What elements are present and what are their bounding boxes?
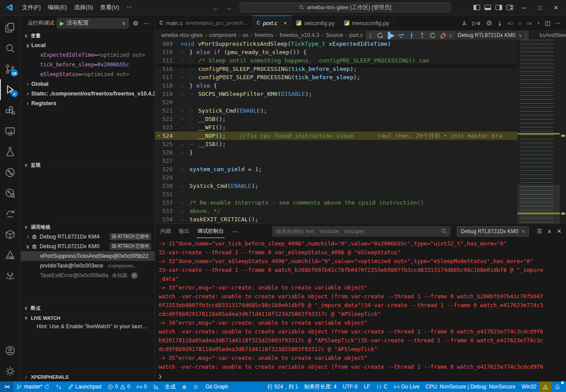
stack-frame[interactable]: prvIdleTask@0x0c003ece./componen... bbox=[21, 261, 155, 271]
overview-ruler[interactable] bbox=[560, 40, 566, 223]
activity-source-control[interactable]: 18 bbox=[0, 59, 21, 79]
breadcrumb-item[interactable]: os bbox=[243, 32, 248, 38]
activity-git-graph[interactable] bbox=[0, 162, 21, 183]
breadcrumb-item[interactable]: component bbox=[209, 32, 237, 38]
close-icon[interactable]: × bbox=[284, 20, 287, 26]
toggle-sidebar-icon[interactable] bbox=[474, 5, 480, 10]
activity-remote-explorer[interactable] bbox=[0, 121, 21, 141]
menu-item-编辑(E)[interactable]: 编辑(E) bbox=[44, 2, 70, 13]
debug-session-dropdown[interactable]: Debug RTL8721Dx KM0 ∨ bbox=[454, 31, 525, 40]
activity-account[interactable] bbox=[0, 340, 21, 361]
variable-row[interactable]: tick_before_sleep = 0x2006b55c bbox=[21, 60, 155, 70]
nav-back-icon[interactable]: ‹○ bbox=[508, 20, 513, 26]
activity-extensions[interactable] bbox=[0, 100, 21, 121]
status-language-mode[interactable]: C bbox=[373, 381, 391, 392]
activity-misc-extension[interactable] bbox=[0, 265, 21, 286]
section-header-XPERIPHERALS[interactable]: ›XPERIPHERALS bbox=[21, 372, 155, 381]
more-actions-icon[interactable]: ⋯ bbox=[555, 20, 561, 26]
variable-row[interactable]: xExpectedIdleTime = <optimized out> bbox=[21, 50, 155, 60]
status-go-live[interactable]: Go Live bbox=[391, 381, 422, 392]
nav-back-arrow[interactable]: ← bbox=[212, 4, 219, 11]
status-debug-launch[interactable] bbox=[150, 381, 162, 392]
tab-menuconfig.py[interactable]: menuconfig.py bbox=[340, 15, 394, 30]
menu-item-文件(F)[interactable]: 文件(F) bbox=[18, 2, 44, 13]
status-build-task[interactable]: 生成 bbox=[162, 381, 178, 392]
step-into-button[interactable] bbox=[407, 31, 416, 40]
maximize-button[interactable]: □ bbox=[534, 4, 545, 11]
console-input-prompt[interactable]: ❯ bbox=[155, 374, 566, 381]
menu-item-⋯[interactable]: ⋯ bbox=[123, 2, 136, 13]
python-interpreter-icon[interactable]: 🜛 bbox=[462, 20, 467, 26]
panel-tab-调试控制台[interactable]: 调试控制台 bbox=[196, 224, 225, 238]
section-header-变量[interactable]: ∨变量 bbox=[21, 31, 155, 40]
activity-explorer[interactable] bbox=[0, 17, 21, 38]
callstack-session[interactable]: ∨Debug RTL8721Dx KM0因 ATTACH 已暂停 bbox=[21, 242, 155, 251]
minimap[interactable] bbox=[518, 40, 560, 223]
breadcrumb-item[interactable]: port.c bbox=[349, 32, 363, 38]
section-header-调用堆栈[interactable]: ∨调用堆栈 bbox=[21, 222, 155, 232]
status-git-compare[interactable] bbox=[53, 381, 65, 392]
menu-item-查看(V)[interactable]: 查看(V) bbox=[96, 2, 122, 13]
section-header-监视[interactable]: ∨监视 bbox=[21, 160, 155, 170]
status-run-task[interactable] bbox=[190, 381, 202, 392]
install-icon[interactable]: ⭳ bbox=[497, 20, 503, 26]
status-indentation[interactable]: 制表符长度: 4 bbox=[301, 381, 340, 392]
activity-settings[interactable] bbox=[0, 361, 21, 381]
breadcrumb-item[interactable]: Source bbox=[326, 32, 343, 38]
panel-tab-输出[interactable]: 输出 bbox=[178, 224, 190, 238]
variables-group[interactable]: ›Registers bbox=[21, 99, 155, 108]
status-git-branch[interactable]: master* bbox=[13, 381, 52, 392]
status-cursor-position[interactable]: 行 524，列 1 bbox=[264, 381, 301, 392]
disconnect-button[interactable] bbox=[438, 31, 448, 40]
command-center-search[interactable]: ameba-rtos-gitee (工作区) [管理员] bbox=[240, 3, 451, 12]
toolbar-grip-handle[interactable]: ⣿ bbox=[369, 33, 374, 38]
stack-frame[interactable]: TaskExitError@0x0c009a9a未知源0 bbox=[21, 271, 155, 280]
breadcrumb-item[interactable]: freertos bbox=[255, 32, 273, 38]
console-session-dropdown[interactable]: Debug RTL8721Dx KM0 ∨ bbox=[457, 226, 529, 237]
status-cortex-debug-status[interactable]: CPU: NonSecure | Debug: NonSecure bbox=[422, 381, 518, 392]
tab-setconfig.py[interactable]: setconfig.py bbox=[292, 15, 339, 30]
customize-layout-icon[interactable] bbox=[507, 5, 513, 10]
status-debug-bug[interactable] bbox=[178, 381, 190, 392]
split-layout-icon[interactable] bbox=[496, 5, 502, 10]
status-platform[interactable]: Win32 bbox=[518, 381, 540, 392]
status-notifications-bell[interactable] bbox=[551, 381, 563, 392]
breadcrumb[interactable]: ameba-rtos-gitee›component›os›freertos›f… bbox=[155, 31, 566, 40]
callstack-session[interactable]: ›Debug RTL8721Dx KM4因 ATTACH 已暂停 bbox=[21, 232, 155, 242]
console-filter[interactable] bbox=[272, 226, 451, 237]
minimize-button[interactable]: ─ bbox=[518, 4, 529, 11]
variable-row[interactable]: eSleepStatus = <optimized out> bbox=[21, 70, 155, 79]
debug-console-output[interactable]: -> 31^done,name="var_tick_before_sleep_4… bbox=[155, 238, 566, 374]
console-filter-input[interactable] bbox=[276, 228, 441, 234]
status-warning-indicator[interactable] bbox=[540, 381, 551, 392]
record-icon[interactable]: ○ bbox=[518, 20, 522, 26]
code-editor[interactable]: 489void vPortSuppressTicksAndSleep(TickT… bbox=[155, 40, 566, 223]
variables-group[interactable]: ›Static: ./component/os/freertos/freerto… bbox=[21, 89, 155, 99]
status-eol[interactable]: LF bbox=[361, 381, 373, 392]
start-debug-icon[interactable]: ▶ bbox=[60, 20, 64, 26]
stack-frame[interactable]: vPortSuppressTicksAndSleep@0x0c005b22 bbox=[21, 251, 155, 261]
disconnect-dropdown-chevron[interactable]: ∨ bbox=[449, 33, 452, 38]
variables-group-local[interactable]: ∨Local bbox=[21, 40, 155, 50]
close-panel-icon[interactable]: ✕ bbox=[557, 228, 562, 234]
activity-live-share[interactable] bbox=[0, 203, 21, 224]
activity-cmake[interactable] bbox=[0, 224, 21, 245]
menu-item-选择(S)[interactable]: 选择(S) bbox=[70, 2, 96, 13]
status-remote-indicator[interactable]: >< bbox=[0, 381, 13, 392]
step-out-button[interactable] bbox=[417, 31, 427, 40]
toggle-panel-icon[interactable] bbox=[485, 5, 491, 10]
status-git-graph-status[interactable]: Git Graph bbox=[202, 381, 231, 392]
debug-config-dropdown[interactable]: ▶ 没有配置 ∨ bbox=[57, 18, 129, 29]
status-problems[interactable]: 00 bbox=[104, 381, 133, 392]
close-button[interactable]: ✕ bbox=[550, 4, 562, 11]
activity-run-and-debug[interactable]: 2 bbox=[0, 79, 21, 100]
continue-button[interactable]: ▐▶ bbox=[385, 31, 395, 40]
timer-icon[interactable]: ◔ bbox=[536, 20, 540, 26]
activity-testing[interactable] bbox=[0, 141, 21, 162]
status-launchpad[interactable]: Launchpad bbox=[65, 381, 104, 392]
activity-search[interactable] bbox=[0, 38, 21, 59]
restart-button[interactable] bbox=[428, 31, 437, 40]
step-over-button[interactable] bbox=[396, 31, 406, 40]
breadcrumb-item[interactable]: freertos_v10.4.3 bbox=[280, 32, 319, 38]
panel-more-actions-icon[interactable]: ⋯ bbox=[231, 227, 240, 236]
